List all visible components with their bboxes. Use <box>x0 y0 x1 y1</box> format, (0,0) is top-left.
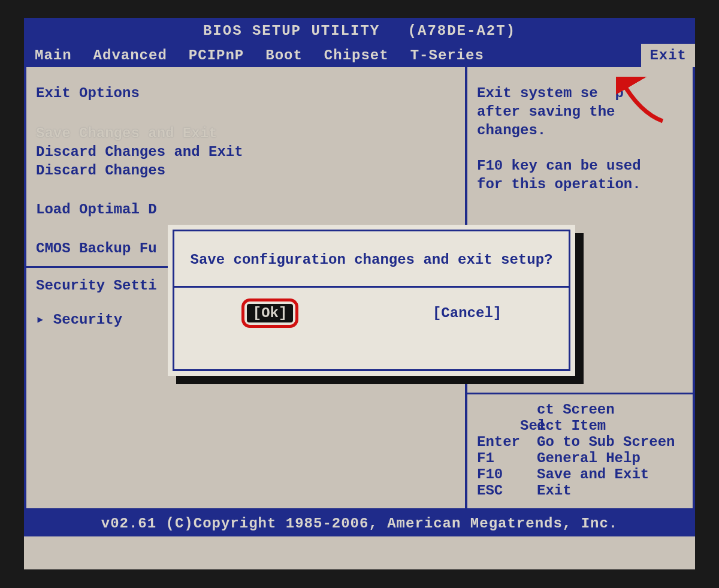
tab-main[interactable]: Main <box>24 44 83 67</box>
help-row: F10 Save and Exit <box>477 466 693 483</box>
header: BIOS SETUP UTILITY (A78DE-A2T) <box>24 18 695 44</box>
dialog-message: Save configuration changes and exit setu… <box>174 231 569 286</box>
menu-discard-and-exit[interactable]: Discard Changes and Exit <box>36 144 455 160</box>
help-label-exit: Exit <box>537 483 572 499</box>
help-key-arrows: Sel <box>477 418 537 434</box>
help-pane: ct Screen Sel ect Item Enter Go to Sub S… <box>467 393 693 499</box>
help-row: F1 General Help <box>477 450 693 466</box>
footer: v02.61 (C)Copyright 1985-2006, American … <box>24 511 695 536</box>
tab-chipset[interactable]: Chipset <box>313 44 400 67</box>
exit-options-heading: Exit Options <box>36 85 455 101</box>
tab-advanced[interactable]: Advanced <box>83 44 178 67</box>
help-key-enter: Enter <box>477 434 537 450</box>
help-label-select-item: ect Item <box>537 418 606 434</box>
menu-discard-changes[interactable]: Discard Changes <box>36 162 455 179</box>
help-key-f1: F1 <box>477 450 537 466</box>
help-row: Sel ect Item <box>477 418 693 434</box>
header-title: BIOS SETUP UTILITY <box>203 23 380 39</box>
menu-load-optimal[interactable]: Load Optimal D <box>36 201 455 218</box>
ok-button-highlight: [Ok] <box>241 298 299 328</box>
confirm-dialog: Save configuration changes and exit setu… <box>168 225 575 376</box>
help-row: ct Screen <box>477 402 693 418</box>
help-label-sub-screen: Go to Sub Screen <box>537 434 675 450</box>
tab-tseries[interactable]: T-Series <box>400 44 495 67</box>
ok-button[interactable]: [Ok] <box>247 304 294 322</box>
help-label-select-screen: ct Screen <box>537 402 615 418</box>
tabbar: Main Advanced PCIPnP Boot Chipset T-Seri… <box>24 44 695 67</box>
help-row: ESC Exit <box>477 483 693 499</box>
tab-boot[interactable]: Boot <box>255 44 313 67</box>
menu-save-and-exit[interactable]: Save Changes and Exit <box>36 125 455 141</box>
cancel-button[interactable]: [Cancel] <box>433 305 502 321</box>
help-label-general-help: General Help <box>537 450 641 466</box>
help-row: Enter Go to Sub Screen <box>477 434 693 450</box>
side-description: Exit system se p after saving the change… <box>477 85 683 195</box>
help-key-esc: ESC <box>477 483 537 499</box>
help-key <box>477 402 537 418</box>
help-key-f10: F10 <box>477 466 537 483</box>
help-label-save-exit: Save and Exit <box>537 466 649 483</box>
tab-pcipnp[interactable]: PCIPnP <box>178 44 255 67</box>
tab-exit[interactable]: Exit <box>641 44 695 67</box>
header-board: (A78DE-A2T) <box>408 23 516 39</box>
